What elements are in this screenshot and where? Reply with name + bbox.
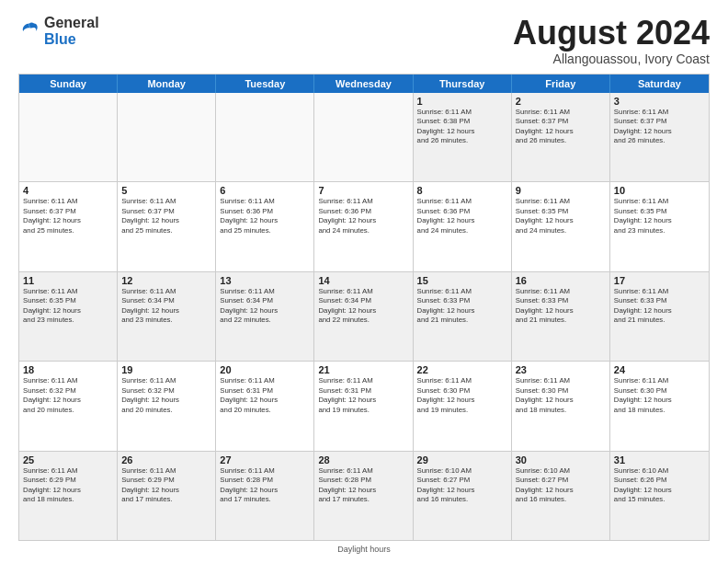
day-number: 3 — [614, 96, 705, 107]
day-of-week-header: Friday — [512, 75, 610, 93]
day-info: Sunrise: 6:11 AM Sunset: 6:37 PM Dayligh… — [121, 197, 211, 236]
day-number: 22 — [417, 364, 507, 375]
day-info: Sunrise: 6:10 AM Sunset: 6:27 PM Dayligh… — [417, 466, 507, 505]
day-info: Sunrise: 6:11 AM Sunset: 6:28 PM Dayligh… — [318, 466, 408, 505]
calendar-cell: 27Sunrise: 6:11 AM Sunset: 6:28 PM Dayli… — [216, 452, 314, 540]
day-info: Sunrise: 6:11 AM Sunset: 6:36 PM Dayligh… — [220, 197, 310, 236]
calendar-week-row: 18Sunrise: 6:11 AM Sunset: 6:32 PM Dayli… — [19, 362, 709, 451]
calendar-cell — [118, 93, 216, 181]
calendar-cell: 23Sunrise: 6:11 AM Sunset: 6:30 PM Dayli… — [512, 362, 610, 450]
day-number: 25 — [23, 454, 113, 465]
day-info: Sunrise: 6:11 AM Sunset: 6:32 PM Dayligh… — [121, 376, 211, 415]
day-number: 16 — [516, 275, 606, 286]
day-number: 10 — [614, 185, 705, 196]
location: Allangouassou, Ivory Coast — [513, 52, 710, 66]
logo-general: General — [44, 15, 99, 30]
day-of-week-header: Thursday — [414, 75, 512, 93]
calendar-cell — [216, 93, 314, 181]
calendar-cell: 26Sunrise: 6:11 AM Sunset: 6:29 PM Dayli… — [118, 452, 216, 540]
day-number: 26 — [121, 454, 211, 465]
day-info: Sunrise: 6:11 AM Sunset: 6:35 PM Dayligh… — [23, 287, 113, 326]
calendar-cell: 28Sunrise: 6:11 AM Sunset: 6:28 PM Dayli… — [314, 452, 413, 540]
day-number: 19 — [121, 364, 211, 375]
day-of-week-header: Monday — [118, 75, 216, 93]
day-number: 23 — [516, 364, 606, 375]
day-number: 15 — [417, 275, 507, 286]
calendar-cell: 6Sunrise: 6:11 AM Sunset: 6:36 PM Daylig… — [216, 182, 314, 270]
day-of-week-header: Saturday — [610, 75, 709, 93]
day-info: Sunrise: 6:11 AM Sunset: 6:37 PM Dayligh… — [516, 108, 606, 146]
day-info: Sunrise: 6:11 AM Sunset: 6:29 PM Dayligh… — [23, 466, 113, 505]
logo-bird-icon — [18, 20, 40, 42]
day-info: Sunrise: 6:11 AM Sunset: 6:31 PM Dayligh… — [318, 376, 408, 415]
day-number: 17 — [614, 275, 705, 286]
calendar-cell: 16Sunrise: 6:11 AM Sunset: 6:33 PM Dayli… — [512, 272, 610, 361]
logo-blue: Blue — [44, 31, 76, 47]
page: General Blue August 2024 Allangouassou, … — [0, 0, 728, 563]
day-info: Sunrise: 6:11 AM Sunset: 6:34 PM Dayligh… — [220, 287, 310, 326]
calendar-cell: 13Sunrise: 6:11 AM Sunset: 6:34 PM Dayli… — [216, 272, 314, 361]
calendar-cell: 21Sunrise: 6:11 AM Sunset: 6:31 PM Dayli… — [314, 362, 413, 450]
month-title: August 2024 — [513, 15, 710, 52]
calendar-cell: 14Sunrise: 6:11 AM Sunset: 6:34 PM Dayli… — [314, 272, 413, 361]
day-of-week-header: Sunday — [19, 75, 118, 93]
day-number: 28 — [318, 454, 408, 465]
day-info: Sunrise: 6:11 AM Sunset: 6:30 PM Dayligh… — [417, 376, 507, 415]
day-number: 29 — [417, 454, 507, 465]
logo: General Blue — [18, 15, 99, 47]
day-number: 12 — [121, 275, 211, 286]
day-info: Sunrise: 6:11 AM Sunset: 6:32 PM Dayligh… — [23, 376, 113, 415]
calendar-week-row: 4Sunrise: 6:11 AM Sunset: 6:37 PM Daylig… — [19, 182, 709, 271]
calendar-cell: 25Sunrise: 6:11 AM Sunset: 6:29 PM Dayli… — [19, 452, 118, 540]
calendar-cell: 19Sunrise: 6:11 AM Sunset: 6:32 PM Dayli… — [118, 362, 216, 450]
calendar-cell: 7Sunrise: 6:11 AM Sunset: 6:36 PM Daylig… — [314, 182, 413, 270]
day-info: Sunrise: 6:11 AM Sunset: 6:33 PM Dayligh… — [516, 287, 606, 326]
day-number: 14 — [318, 275, 408, 286]
calendar-cell: 12Sunrise: 6:11 AM Sunset: 6:34 PM Dayli… — [118, 272, 216, 361]
day-info: Sunrise: 6:10 AM Sunset: 6:27 PM Dayligh… — [516, 466, 606, 505]
day-number: 6 — [220, 185, 310, 196]
day-info: Sunrise: 6:11 AM Sunset: 6:35 PM Dayligh… — [614, 197, 705, 236]
calendar-cell — [314, 93, 413, 181]
day-info: Sunrise: 6:11 AM Sunset: 6:36 PM Dayligh… — [318, 197, 408, 236]
calendar-cell — [19, 93, 118, 181]
calendar: SundayMondayTuesdayWednesdayThursdayFrid… — [18, 74, 710, 541]
calendar-cell: 11Sunrise: 6:11 AM Sunset: 6:35 PM Dayli… — [19, 272, 118, 361]
calendar-body: 1Sunrise: 6:11 AM Sunset: 6:38 PM Daylig… — [19, 93, 709, 540]
day-number: 4 — [23, 185, 113, 196]
day-number: 2 — [516, 96, 606, 107]
calendar-header: SundayMondayTuesdayWednesdayThursdayFrid… — [19, 75, 709, 93]
day-number: 13 — [220, 275, 310, 286]
calendar-cell: 15Sunrise: 6:11 AM Sunset: 6:33 PM Dayli… — [414, 272, 512, 361]
footer-note: Daylight hours — [18, 545, 710, 554]
calendar-cell: 2Sunrise: 6:11 AM Sunset: 6:37 PM Daylig… — [512, 93, 610, 181]
day-info: Sunrise: 6:11 AM Sunset: 6:37 PM Dayligh… — [23, 197, 113, 236]
logo-text: General Blue — [44, 15, 99, 47]
day-number: 21 — [318, 364, 408, 375]
calendar-week-row: 11Sunrise: 6:11 AM Sunset: 6:35 PM Dayli… — [19, 272, 709, 362]
day-info: Sunrise: 6:11 AM Sunset: 6:33 PM Dayligh… — [614, 287, 705, 326]
day-info: Sunrise: 6:11 AM Sunset: 6:36 PM Dayligh… — [417, 197, 507, 236]
calendar-cell: 3Sunrise: 6:11 AM Sunset: 6:37 PM Daylig… — [610, 93, 709, 181]
day-number: 20 — [220, 364, 310, 375]
calendar-cell: 22Sunrise: 6:11 AM Sunset: 6:30 PM Dayli… — [414, 362, 512, 450]
day-info: Sunrise: 6:10 AM Sunset: 6:26 PM Dayligh… — [614, 466, 705, 505]
calendar-cell: 4Sunrise: 6:11 AM Sunset: 6:37 PM Daylig… — [19, 182, 118, 270]
day-info: Sunrise: 6:11 AM Sunset: 6:34 PM Dayligh… — [318, 287, 408, 326]
day-number: 5 — [121, 185, 211, 196]
day-info: Sunrise: 6:11 AM Sunset: 6:28 PM Dayligh… — [220, 466, 310, 505]
day-number: 9 — [516, 185, 606, 196]
day-info: Sunrise: 6:11 AM Sunset: 6:38 PM Dayligh… — [417, 108, 507, 146]
day-number: 1 — [417, 96, 507, 107]
day-number: 11 — [23, 275, 113, 286]
calendar-cell: 18Sunrise: 6:11 AM Sunset: 6:32 PM Dayli… — [19, 362, 118, 450]
day-info: Sunrise: 6:11 AM Sunset: 6:29 PM Dayligh… — [121, 466, 211, 505]
header: General Blue August 2024 Allangouassou, … — [18, 15, 710, 66]
day-of-week-header: Wednesday — [314, 75, 413, 93]
day-info: Sunrise: 6:11 AM Sunset: 6:34 PM Dayligh… — [121, 287, 211, 326]
calendar-cell: 10Sunrise: 6:11 AM Sunset: 6:35 PM Dayli… — [610, 182, 709, 270]
day-info: Sunrise: 6:11 AM Sunset: 6:35 PM Dayligh… — [516, 197, 606, 236]
calendar-cell: 5Sunrise: 6:11 AM Sunset: 6:37 PM Daylig… — [118, 182, 216, 270]
day-info: Sunrise: 6:11 AM Sunset: 6:37 PM Dayligh… — [614, 108, 705, 146]
day-info: Sunrise: 6:11 AM Sunset: 6:30 PM Dayligh… — [516, 376, 606, 415]
